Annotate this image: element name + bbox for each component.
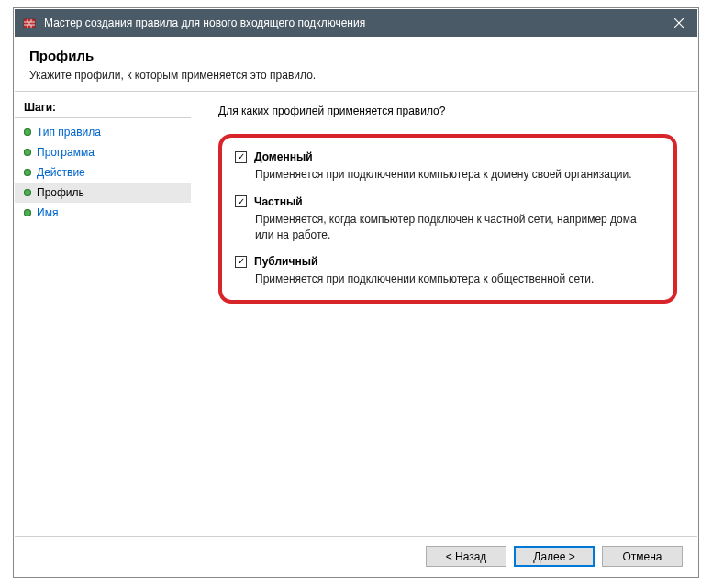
- close-icon: [674, 18, 684, 28]
- checkbox-public[interactable]: [235, 256, 247, 268]
- profile-public: Публичный Применяется при подключении ко…: [235, 255, 657, 287]
- bullet-icon: [24, 189, 31, 196]
- titlebar: Мастер создания правила для нового входя…: [15, 9, 697, 37]
- step-name[interactable]: Имя: [15, 203, 191, 223]
- step-action[interactable]: Действие: [15, 162, 191, 183]
- steps-panel: Шаги: Тип правила Программа Действие Про…: [15, 92, 191, 536]
- step-label: Имя: [37, 206, 58, 219]
- profile-private: Частный Применяется, когда компьютер под…: [235, 195, 657, 243]
- step-label: Тип правила: [37, 126, 101, 139]
- profile-description: Применяется при подключении компьютера к…: [255, 167, 657, 183]
- page-title: Профиль: [29, 48, 683, 63]
- content-panel: Для каких профилей применяется правило? …: [191, 92, 697, 536]
- bullet-icon: [24, 209, 31, 216]
- step-label: Действие: [37, 166, 85, 179]
- wizard-header: Профиль Укажите профили, к которым приме…: [15, 37, 697, 91]
- step-rule-type[interactable]: Тип правила: [15, 122, 191, 142]
- checkbox-domain[interactable]: [235, 151, 247, 163]
- page-subtitle: Укажите профили, к которым применяется э…: [29, 69, 683, 82]
- profile-label: Доменный: [254, 150, 313, 163]
- bullet-icon: [24, 128, 31, 136]
- step-label: Программа: [37, 146, 95, 159]
- steps-header: Шаги:: [15, 99, 191, 118]
- bullet-icon: [24, 169, 31, 176]
- step-program[interactable]: Программа: [15, 142, 191, 162]
- bullet-icon: [24, 149, 31, 156]
- cancel-button[interactable]: Отмена: [602, 546, 683, 567]
- footer: < Назад Далее > Отмена: [15, 536, 697, 576]
- profile-description: Применяется, когда компьютер подключен к…: [255, 212, 657, 243]
- question-text: Для каких профилей применяется правило?: [218, 105, 677, 117]
- step-label: Профиль: [37, 186, 84, 199]
- window-title: Мастер создания правила для нового входя…: [44, 17, 661, 29]
- profile-description: Применяется при подключении компьютера к…: [255, 272, 657, 287]
- step-profile[interactable]: Профиль: [15, 183, 191, 203]
- profile-label: Частный: [254, 195, 303, 208]
- firewall-icon: [22, 16, 37, 30]
- close-button[interactable]: [661, 9, 697, 37]
- back-button[interactable]: < Назад: [426, 546, 506, 567]
- highlight-annotation: Доменный Применяется при подключении ком…: [218, 134, 677, 304]
- next-button[interactable]: Далее >: [514, 546, 595, 567]
- profile-domain: Доменный Применяется при подключении ком…: [235, 150, 657, 183]
- profile-label: Публичный: [254, 255, 317, 268]
- checkbox-private[interactable]: [235, 195, 247, 207]
